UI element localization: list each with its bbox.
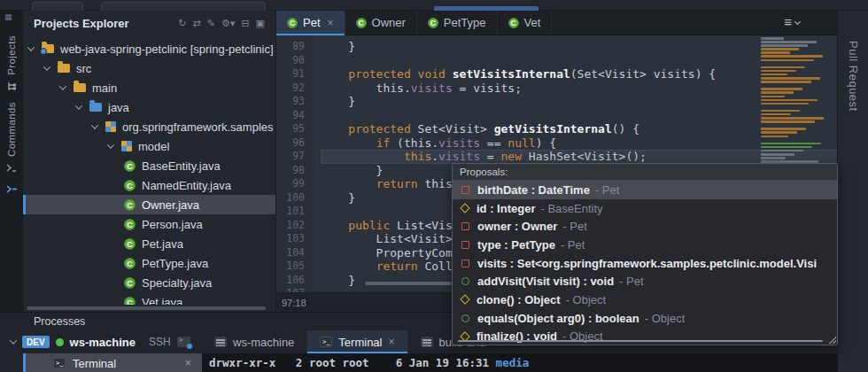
new-terminal-icon[interactable] [177,337,190,347]
machine-row[interactable]: DEV ws-machine SSH [0,330,202,353]
tree-item[interactable]: main [23,78,275,97]
field-icon [461,186,469,194]
tree-item[interactable]: web-java-spring-petclinic [spring-petcli… [23,39,275,58]
line-number: 101 [276,205,305,219]
process-tab-terminal[interactable]: Terminal× [307,330,407,353]
tree-item[interactable]: src [23,58,275,78]
close-icon[interactable]: × [185,357,191,369]
line-number: 103 [276,232,305,246]
proposals-list[interactable]: birthDate : DateTime- Petid : Integer- B… [453,181,837,345]
tree-item-label: BaseEntity.java [142,159,221,173]
close-icon[interactable]: × [328,17,334,29]
terminal-icon [320,337,332,347]
proposal-item[interactable]: equals(Object arg0) : boolean- Object [453,309,837,328]
process-tab-label: Terminal [338,336,382,349]
editor-tab-pettype[interactable]: CPetType [417,11,498,35]
chevron-down-icon[interactable] [59,82,66,89]
minimap-line [761,128,806,130]
terminal-output[interactable]: drwxr-xr-x 2 root root 6 Jan 19 16:31 me… [202,353,837,372]
minimap-line [761,120,815,123]
commands-tab-label: Commands [6,102,17,157]
import-export-icon[interactable]: ⇄ [193,17,201,29]
explorer-horizontal-scrollbar[interactable] [27,306,266,310]
project-folder-icon [42,44,54,53]
chevron-down-icon[interactable] [107,141,114,148]
proposal-item[interactable]: birthDate : DateTime- Pet [453,181,837,199]
tree-item[interactable]: CPet.java [23,234,275,253]
tree-item[interactable]: CNamedEntity.java [23,175,275,195]
minimap-line [761,136,788,138]
chevron-down-icon[interactable] [10,337,17,344]
code-line: } [321,95,837,109]
chevron-down-icon[interactable] [91,121,98,128]
close-icon[interactable]: × [388,336,394,348]
editor-tab-owner[interactable]: COwner [345,11,417,35]
proposal-origin: - Pet [619,275,643,288]
tree-item[interactable]: CVet.java [23,292,275,305]
tree-item-label: web-java-spring-petclinic [spring-petcli… [60,43,274,56]
proposal-item[interactable]: finalize() : void- Object [453,328,837,346]
settings-icon[interactable]: ⚙▾ [221,17,235,29]
proposal-label: id : Integer [477,202,535,215]
tree-item[interactable]: java [23,97,275,117]
toggle-panel-icon[interactable]: ▣ [256,17,265,29]
minimap-line [761,150,803,152]
sidebar-tab-commands[interactable]: Commands [0,102,23,173]
proposal-item[interactable]: visits : Set<org.springframework.samples… [453,254,837,273]
apps-grid-icon[interactable]: ▦ [4,12,12,21]
refresh-icon[interactable]: ↻ [178,17,186,29]
line-number: 98 [276,164,305,178]
code-line [321,54,837,68]
editor-tab-vet[interactable]: CVet [498,11,553,35]
tree-item-label: model [138,140,169,153]
field-icon [461,222,469,230]
tree-item-label: main [92,81,117,95]
explorer-title: Projects Explorer [34,17,129,30]
edit-icon[interactable]: ✎ [207,17,215,29]
code-line: protected Set<Visit> getVisitsInternal()… [321,122,837,136]
minimap-line [761,51,790,54]
process-tab-ws-machine[interactable]: ws-machine [202,330,307,353]
resize-handle-icon[interactable] [828,336,836,344]
editor-tab-pet[interactable]: CPet× [276,11,345,35]
tree-item[interactable]: CSpecialty.java [23,273,275,292]
tree-item[interactable]: CBaseEntity.java [23,156,275,175]
pull-request-tab[interactable]: Pull Request [847,41,860,112]
terminal-tree-item[interactable]: Terminal × [23,353,202,372]
tree-item[interactable]: model [23,136,275,156]
chevron-down-icon[interactable] [43,63,50,70]
tree-item-label: PetType.java [142,257,208,270]
proposals-title: Proposals: [453,164,837,181]
minimap-line [761,77,820,80]
proposal-item[interactable]: clone() : Object- Object [453,291,837,309]
ssh-label[interactable]: SSH [149,336,171,348]
tree-item[interactable]: CPetType.java [23,253,275,273]
proposal-label: birthDate : DateTime [477,183,590,197]
proposal-origin: - BaseEntity [540,202,602,215]
chevron-down-icon[interactable] [27,43,35,50]
chevron-down-icon[interactable] [75,102,82,109]
minimap-line [761,88,802,90]
sidebar-tab-projects[interactable]: Projects [0,35,23,91]
tree-item[interactable]: COwner.java [23,195,275,214]
proposal-item[interactable]: addVisit(Visit visit) : void- Pet [453,272,837,291]
chevron-down-icon [794,18,801,24]
proposal-item[interactable]: owner : Owner- Pet [453,217,837,236]
minimap-line [761,113,791,116]
line-number: 95 [276,122,305,136]
tree-item[interactable]: org.springframework.samples [23,117,275,136]
proposals-scrollbar[interactable] [458,340,823,342]
proposal-item[interactable]: id : Integer- BaseEntity [453,199,837,218]
projects-explorer-panel: Projects Explorer ↻⇄✎⚙▾⊟▣ web-java-sprin… [23,11,276,312]
tree-item[interactable]: CPerson.java [23,214,275,234]
editor-menu-button[interactable]: ≡ [784,15,800,29]
line-number: 90 [276,54,305,68]
class-icon: C [508,18,519,28]
collapse-all-icon[interactable]: ⊟ [241,17,249,29]
proposal-item[interactable]: type : PetType- Pet [453,236,837,254]
minimap-line [761,66,805,69]
terminal-rail-icon[interactable] [0,184,23,195]
minimap-line [761,59,814,62]
terminal-output-text: drwxr-xr-x 2 root root 6 Jan 19 16:31 [209,353,496,372]
project-tree[interactable]: web-java-spring-petclinic [spring-petcli… [23,39,275,305]
